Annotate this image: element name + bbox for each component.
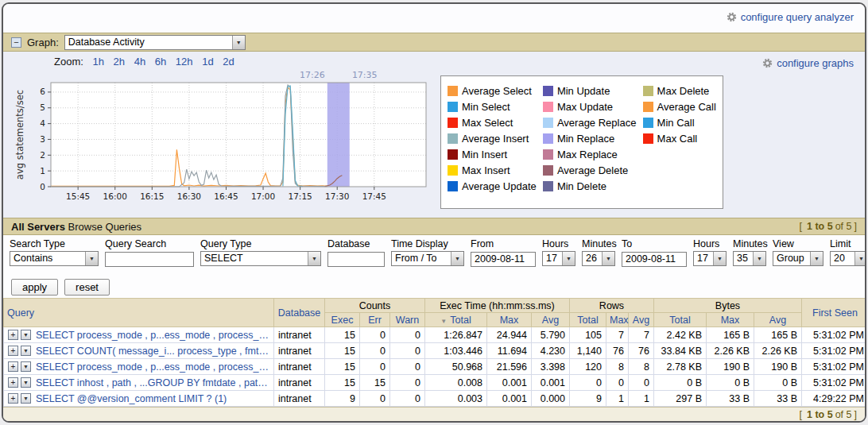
- zoom-12h-link[interactable]: 12h: [176, 56, 193, 68]
- legend-item: Max Call: [643, 130, 718, 146]
- expand-row-button[interactable]: +: [8, 393, 18, 404]
- column-header-exec-time-max[interactable]: Max: [487, 313, 532, 327]
- legend-item: Average Update: [448, 178, 538, 194]
- query-search-input[interactable]: [105, 252, 194, 267]
- legend-item: Average Insert: [448, 130, 538, 146]
- collapse-graph-button[interactable]: −: [11, 37, 21, 48]
- expand-row-button[interactable]: +: [8, 377, 18, 388]
- legend-swatch: [448, 133, 458, 144]
- column-header-rows-avg[interactable]: Avg: [629, 313, 654, 327]
- query-link[interactable]: SELECT process_mode , p...ess_mode , pro…: [36, 330, 269, 341]
- column-header-rows-max[interactable]: Max: [606, 313, 629, 327]
- group-header-rows: Rows: [570, 299, 654, 313]
- cell-exec-time-total: 1:26.847: [425, 327, 487, 343]
- row-actions-button[interactable]: ▼: [21, 361, 31, 372]
- expand-row-button[interactable]: +: [8, 330, 18, 340]
- dropdown-arrow-icon: ▼: [232, 36, 245, 49]
- column-header-warn[interactable]: Warn: [390, 313, 425, 327]
- from-minutes-select[interactable]: 26▼: [582, 251, 615, 266]
- time-display-select[interactable]: From / To▼: [391, 251, 464, 266]
- from-label: From: [471, 238, 536, 249]
- column-header-exec-time-avg[interactable]: Avg: [532, 313, 570, 327]
- legend-item: Average Call: [643, 99, 718, 114]
- query-link[interactable]: SELECT inhost , path , ...GROUP BY fmtda…: [36, 377, 269, 388]
- legend-item: Average Select: [448, 83, 538, 99]
- column-header-first-seen[interactable]: First Seen: [802, 299, 867, 327]
- cell-exec-time-avg: 5.790: [532, 327, 570, 343]
- zoom-1d-link[interactable]: 1d: [202, 56, 213, 68]
- column-header-query[interactable]: Query: [4, 299, 274, 327]
- cell-bytes-total: 2.42 KB: [654, 327, 707, 343]
- dropdown-arrow-icon: ▼: [451, 252, 463, 265]
- to-hours-select[interactable]: 17▼: [693, 251, 727, 266]
- cell-rows-max: 8: [606, 359, 629, 375]
- svg-text:5: 5: [40, 102, 45, 112]
- expand-row-button[interactable]: +: [8, 361, 18, 372]
- apply-button[interactable]: apply: [11, 279, 58, 296]
- legend-swatch: [543, 102, 553, 112]
- column-header-err[interactable]: Err: [360, 313, 390, 327]
- view-select[interactable]: Group▼: [773, 251, 823, 266]
- configure-query-analyzer-link[interactable]: configure query analyzer: [727, 11, 854, 23]
- expand-row-button[interactable]: +: [8, 346, 18, 356]
- to-label: To: [622, 238, 687, 249]
- column-header-bytes-max[interactable]: Max: [707, 313, 754, 327]
- cell-exec-time-max: 11.694: [487, 343, 532, 359]
- svg-text:15:45: 15:45: [66, 191, 90, 201]
- configure-graphs-link[interactable]: configure graphs: [762, 57, 854, 69]
- svg-text:2: 2: [40, 150, 45, 160]
- graph-select[interactable]: Database Activity ▼: [64, 35, 246, 50]
- column-header-bytes-avg[interactable]: Avg: [754, 313, 802, 327]
- dropdown-arrow-icon: ▼: [308, 252, 320, 265]
- legend-swatch: [448, 102, 458, 112]
- row-actions-button[interactable]: ▼: [21, 393, 31, 404]
- from-date-input[interactable]: [471, 252, 536, 267]
- limit-select[interactable]: 20▼: [830, 251, 866, 266]
- row-actions-button[interactable]: ▼: [21, 346, 31, 356]
- cell-rows-avg: 7: [629, 327, 654, 343]
- row-actions-button[interactable]: ▼: [21, 330, 31, 340]
- database-input[interactable]: [327, 252, 385, 267]
- to-date-input[interactable]: [622, 252, 687, 267]
- reset-button[interactable]: reset: [64, 279, 110, 296]
- activity-chart[interactable]: 012345615:4516:0016:1516:3016:4517:0017:…: [14, 69, 431, 211]
- cell-warn: 0: [390, 375, 425, 391]
- search-type-select[interactable]: Contains▼: [10, 251, 99, 266]
- column-header-bytes-total[interactable]: Total: [654, 313, 707, 327]
- cell-exec: 9: [325, 391, 360, 407]
- query-type-select[interactable]: SELECT▼: [200, 251, 321, 266]
- legend-item: Min Replace: [543, 130, 638, 146]
- zoom-1h-link[interactable]: 1h: [92, 56, 103, 68]
- zoom-2d-link[interactable]: 2d: [223, 56, 234, 68]
- cell-exec-time-total: 1:03.446: [425, 343, 487, 359]
- query-link[interactable]: SELECT COUNT( message_i... process_type …: [36, 346, 269, 357]
- query-search-label: Query Search: [105, 238, 194, 249]
- table-footer: [1 to 5of 5]: [3, 407, 865, 422]
- zoom-6h-link[interactable]: 6h: [155, 56, 166, 68]
- column-header-exec[interactable]: Exec: [325, 313, 360, 327]
- svg-text:17:45: 17:45: [362, 191, 386, 201]
- cell-rows-max: 7: [606, 327, 629, 343]
- from-minutes-label: Minutes: [582, 238, 615, 249]
- cell-rows-total: 0: [570, 375, 606, 391]
- query-link[interactable]: SELECT process_mode , p...ess_mode , pro…: [36, 361, 269, 373]
- column-header-rows-total[interactable]: Total: [570, 313, 606, 327]
- graph-select-value: Database Activity: [65, 36, 232, 49]
- cell-rows-total: 1,140: [570, 343, 606, 359]
- to-minutes-select[interactable]: 35▼: [733, 251, 766, 266]
- zoom-4h-link[interactable]: 4h: [134, 56, 145, 68]
- query-link[interactable]: SELECT @@version_comment LIMIT ? (1): [36, 393, 227, 404]
- svg-text:17:00: 17:00: [251, 191, 275, 201]
- zoom-2h-link[interactable]: 2h: [114, 56, 125, 68]
- graph-panel: Zoom: 1h 2h 4h 6h 12h 1d 2d configure gr…: [3, 52, 865, 218]
- column-header-database[interactable]: Database: [274, 299, 325, 327]
- from-hours-select[interactable]: 17▼: [542, 251, 575, 266]
- row-actions-button[interactable]: ▼: [21, 377, 31, 388]
- configure-query-analyzer-label: configure query analyzer: [741, 11, 854, 23]
- cell-exec: 15: [325, 343, 360, 359]
- cell-bytes-avg: 33 B: [754, 391, 802, 407]
- cell-exec-time-max: 21.596: [487, 359, 532, 375]
- column-header-exec-time-total[interactable]: ▼Total: [425, 313, 487, 327]
- cell-rows-max: 76: [606, 343, 629, 359]
- cell-database: intranet: [274, 343, 325, 359]
